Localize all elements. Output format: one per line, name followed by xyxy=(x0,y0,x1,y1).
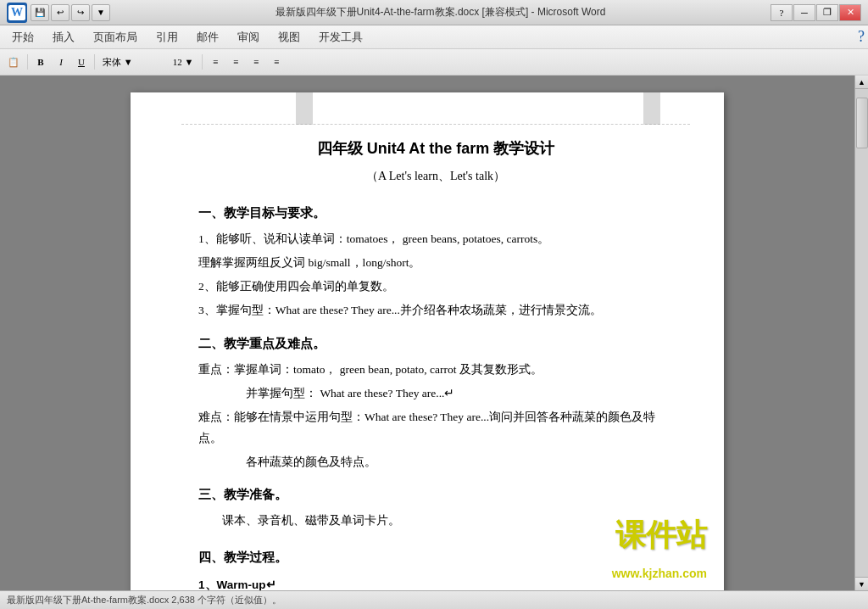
scroll-up-button[interactable]: ▲ xyxy=(855,75,868,89)
fontsize-selector[interactable]: 12 ▼ xyxy=(168,53,198,71)
section-1-para-2: 理解掌握两组反义词 big/small，long/short。 xyxy=(198,253,673,273)
justify[interactable]: ≡ xyxy=(267,53,286,71)
section-4-heading: 四、教学过程。 xyxy=(198,545,673,568)
help-button[interactable]: ? xyxy=(771,4,793,21)
quick-access-toolbar: 💾 ↩ ↪ ▼ xyxy=(31,4,110,21)
menu-review[interactable]: 审阅 xyxy=(229,27,268,47)
word-logo: W xyxy=(7,3,27,23)
vertical-scrollbar[interactable]: ▲ ▼ xyxy=(854,75,868,590)
title-bar: W 💾 ↩ ↪ ▼ 最新版四年级下册Unit4-At-the-farm教案.do… xyxy=(0,0,868,25)
section-1-para-4: 3、掌握句型：What are these? They are...并介绍各种农… xyxy=(198,300,673,321)
section-3-heading: 三、教学准备。 xyxy=(198,483,673,506)
scroll-track[interactable] xyxy=(855,89,868,577)
menu-references[interactable]: 引用 xyxy=(147,27,186,47)
menu-bar: 开始 插入 页面布局 引用 邮件 审阅 视图 开发工具 ? xyxy=(0,25,868,49)
align-center[interactable]: ≡ xyxy=(226,53,245,71)
section-2-heading: 二、教学重点及难点。 xyxy=(198,332,673,355)
toolbar-area: 📋 B I U 宋体 ▼ 12 ▼ ≡ ≡ ≡ ≡ xyxy=(0,49,868,75)
status-text: 最新版四年级下册At-the-farm教案.docx 2,638 个字符（近似值… xyxy=(7,594,281,606)
title-bar-left: W 💾 ↩ ↪ ▼ xyxy=(7,3,110,23)
doc-title: 四年级 Unit4 At the farm 教学设计 xyxy=(198,135,673,162)
underline-button[interactable]: U xyxy=(72,53,91,71)
section-2-para-4: 各种蔬菜的颜色及特点。 xyxy=(246,452,673,472)
italic-button[interactable]: I xyxy=(52,53,70,71)
section-2-para-2: 并掌握句型： What are these? They are...↵ xyxy=(246,383,673,404)
sep2 xyxy=(94,54,95,70)
toolbar-row-1: 📋 B I U 宋体 ▼ 12 ▼ ≡ ≡ ≡ ≡ xyxy=(3,51,865,73)
paste-button[interactable]: 📋 xyxy=(3,53,24,71)
menu-view[interactable]: 视图 xyxy=(270,27,309,47)
section-2-para-3: 难点：能够在情景中运用句型：What are these? They are..… xyxy=(198,407,673,449)
page-margin-top xyxy=(181,92,690,125)
section-1-heading: 一、教学目标与要求。 xyxy=(198,201,673,224)
doc-subtitle: （A Let's learn、Let's talk） xyxy=(198,165,673,187)
window-controls: ? ─ ❐ ✕ xyxy=(771,4,861,21)
scroll-thumb[interactable] xyxy=(856,98,868,148)
bold-button[interactable]: B xyxy=(31,53,50,71)
help-icon[interactable]: ? xyxy=(858,28,865,46)
status-bar: 最新版四年级下册At-the-farm教案.docx 2,638 个字符（近似值… xyxy=(0,590,868,609)
redo-button[interactable]: ↪ xyxy=(71,4,90,21)
doc-area: 四年级 Unit4 At the farm 教学设计 （A Let's lear… xyxy=(0,75,868,590)
doc-scroll[interactable]: 四年级 Unit4 At the farm 教学设计 （A Let's lear… xyxy=(0,75,854,590)
sep1 xyxy=(27,54,28,70)
page-break-right xyxy=(643,92,660,125)
menu-page-layout[interactable]: 页面布局 xyxy=(85,27,146,47)
menu-dev-tools[interactable]: 开发工具 xyxy=(310,27,371,47)
title-text: 最新版四年级下册Unit4-At-the-farm教案.docx [兼容模式] … xyxy=(275,5,606,20)
section-1-para-1: 1、能够听、说和认读单词：tomatoes， green beans, pota… xyxy=(198,229,673,249)
page-break-left xyxy=(296,92,313,125)
restore-button[interactable]: ❐ xyxy=(816,4,838,21)
menu-insert[interactable]: 插入 xyxy=(44,27,83,47)
close-button[interactable]: ✕ xyxy=(839,4,861,21)
save-button[interactable]: 💾 xyxy=(31,4,49,21)
undo-button[interactable]: ↩ xyxy=(51,4,70,21)
section-1-para-3: 2、能够正确使用四会单词的单复数。 xyxy=(198,277,673,297)
doc-page: 四年级 Unit4 At the farm 教学设计 （A Let's lear… xyxy=(131,92,724,590)
minimize-button[interactable]: ─ xyxy=(793,4,815,21)
menu-mail[interactable]: 邮件 xyxy=(188,27,227,47)
sep3 xyxy=(202,54,203,70)
align-right[interactable]: ≡ xyxy=(247,53,265,71)
section-2-para-1: 重点：掌握单词：tomato， green bean, potato, carr… xyxy=(198,360,673,380)
font-selector[interactable]: 宋体 ▼ xyxy=(98,53,166,71)
menu-start[interactable]: 开始 xyxy=(3,27,42,47)
align-left[interactable]: ≡ xyxy=(206,53,225,71)
customize-button[interactable]: ▼ xyxy=(92,4,110,21)
section-3-para-1: 课本、录音机、磁带及单词卡片。 xyxy=(222,511,673,531)
section-4-sub1-heading: 1、Warm-up↵ xyxy=(198,575,673,590)
scroll-down-button[interactable]: ▼ xyxy=(855,577,868,590)
